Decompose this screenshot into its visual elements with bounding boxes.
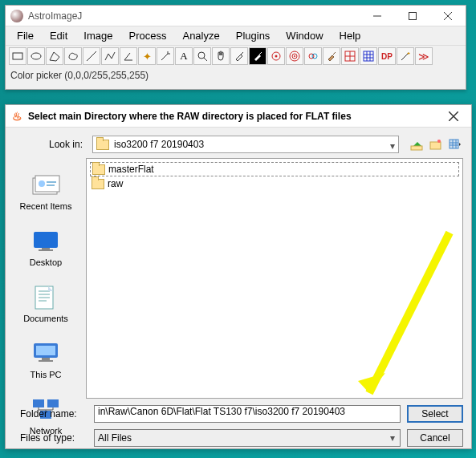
list-item[interactable]: raw <box>90 177 459 190</box>
dp-tool-icon[interactable]: DP <box>378 47 396 65</box>
window-controls <box>360 6 466 26</box>
brush-icon[interactable] <box>323 47 340 65</box>
list-item[interactable]: masterFlat <box>90 162 459 176</box>
menu-image[interactable]: Image <box>75 28 120 43</box>
target-icon[interactable] <box>267 47 285 65</box>
svg-rect-21 <box>47 181 56 183</box>
svg-rect-23 <box>34 232 58 248</box>
place-desktop[interactable]: Desktop <box>30 229 62 267</box>
statusbar: Color picker (0,0,0/255,255,255) <box>6 67 466 89</box>
menu-file[interactable]: File <box>9 28 42 43</box>
svg-rect-15 <box>430 142 441 149</box>
folder-name-row: Folder name: in\Raw\Canon 6D\Flat\Flat T… <box>14 405 463 423</box>
chevron-down-icon: ▾ <box>390 140 395 152</box>
recent-items-icon <box>30 172 62 198</box>
chevron-down-icon: ▾ <box>390 432 395 444</box>
place-documents[interactable]: Documents <box>23 285 68 323</box>
look-in-row: Look in: iso3200 f7 20190403 ▾ <box>6 128 471 158</box>
grid5-icon[interactable] <box>360 47 377 65</box>
new-folder-icon[interactable] <box>428 136 444 152</box>
file-type-row: Files of type: All Files ▾ Cancel <box>14 429 463 447</box>
dialog-close-button[interactable] <box>436 105 471 128</box>
minimize-button[interactable] <box>360 6 395 26</box>
file-name: masterFlat <box>108 164 154 175</box>
svg-rect-13 <box>364 51 373 61</box>
menu-window[interactable]: Window <box>278 28 331 43</box>
text-tool-icon[interactable]: A <box>175 47 193 65</box>
menubar: File Edit Image Process Analyze Plugins … <box>6 26 466 45</box>
folder-name-input[interactable]: in\Raw\Canon 6D\Flat\Flat TS130 f7\iso32… <box>94 405 401 423</box>
folder-name-label: Folder name: <box>14 408 87 419</box>
look-in-value: iso3200 f7 20190403 <box>114 139 204 150</box>
dialog-bottom: Folder name: in\Raw\Canon 6D\Flat\Flat T… <box>6 399 471 458</box>
menu-process[interactable]: Process <box>121 28 175 43</box>
svg-point-16 <box>437 140 441 143</box>
menu-plugins[interactable]: Plugins <box>228 28 279 43</box>
select-directory-dialog: ♨ Select main Directory where the RAW di… <box>5 104 472 449</box>
multi-point-icon[interactable]: ✦ <box>138 47 156 65</box>
file-list: masterFlat raw <box>90 162 459 190</box>
menu-help[interactable]: Help <box>332 28 369 43</box>
svg-rect-14 <box>411 146 422 150</box>
place-recent[interactable]: Recent Items <box>20 172 72 211</box>
segmented-line-icon[interactable] <box>101 47 119 65</box>
file-list-area[interactable]: masterFlat raw <box>86 158 463 399</box>
dialog-titlebar: ♨ Select main Directory where the RAW di… <box>6 105 471 128</box>
place-label: Desktop <box>30 257 62 267</box>
place-label: Documents <box>23 314 68 323</box>
place-label: This PC <box>30 370 61 379</box>
polygon-select-icon[interactable] <box>46 47 63 65</box>
double-target-icon[interactable] <box>304 47 322 65</box>
svg-point-4 <box>198 52 205 59</box>
filled-dropper-icon[interactable] <box>249 47 266 65</box>
main-titlebar: AstroImageJ <box>6 6 466 26</box>
place-thispc[interactable]: This PC <box>30 341 62 379</box>
wand-tool-icon[interactable] <box>157 47 174 65</box>
more-tools-icon[interactable]: ≫ <box>415 47 433 65</box>
close-button[interactable] <box>430 6 466 26</box>
svg-rect-1 <box>13 53 22 59</box>
line-tool-icon[interactable] <box>83 47 100 65</box>
file-name: raw <box>108 178 123 189</box>
view-options-icon[interactable] <box>447 136 463 152</box>
svg-rect-0 <box>409 12 417 19</box>
magnifier-icon[interactable] <box>193 47 211 65</box>
svg-rect-31 <box>33 399 44 407</box>
files-type-label: Files of type: <box>14 432 87 444</box>
rectangle-select-icon[interactable] <box>9 47 26 65</box>
svg-point-6 <box>275 55 278 58</box>
menu-analyze[interactable]: Analyze <box>174 28 227 43</box>
look-in-select[interactable]: iso3200 f7 20190403 ▾ <box>92 136 399 153</box>
this-pc-icon <box>30 341 62 367</box>
folder-name-value: in\Raw\Canon 6D\Flat\Flat TS130 f7\iso32… <box>98 406 345 417</box>
cancel-button[interactable]: Cancel <box>407 429 463 447</box>
svg-rect-28 <box>36 346 55 355</box>
svg-rect-24 <box>42 248 50 249</box>
folder-icon <box>92 164 105 175</box>
folder-icon <box>92 179 104 189</box>
dropper-icon[interactable] <box>230 47 248 65</box>
place-label: Recent Items <box>20 201 72 211</box>
select-button[interactable]: Select <box>407 405 463 423</box>
documents-icon <box>30 285 62 310</box>
svg-point-11 <box>312 54 317 59</box>
svg-point-9 <box>294 55 295 57</box>
files-type-select[interactable]: All Files ▾ <box>94 429 401 447</box>
concentric-target-icon[interactable] <box>286 47 303 65</box>
app-title: AstroImageJ <box>28 10 360 22</box>
grid4-icon[interactable] <box>341 47 359 65</box>
angle-tool-icon[interactable] <box>120 47 137 65</box>
freehand-select-icon[interactable] <box>64 47 82 65</box>
menu-edit[interactable]: Edit <box>42 28 75 43</box>
svg-point-2 <box>31 53 41 59</box>
places-sidebar: Recent Items Desktop Documents This PC <box>6 158 86 399</box>
status-text: Color picker (0,0,0/255,255,255) <box>10 70 148 81</box>
sparkle-icon[interactable] <box>397 47 414 65</box>
oval-select-icon[interactable] <box>27 47 45 65</box>
svg-marker-3 <box>50 52 59 61</box>
up-one-level-icon[interactable] <box>409 136 425 152</box>
hand-scroll-icon[interactable] <box>212 47 230 65</box>
svg-rect-30 <box>39 360 53 362</box>
svg-point-20 <box>39 180 45 187</box>
maximize-button[interactable] <box>395 6 430 26</box>
